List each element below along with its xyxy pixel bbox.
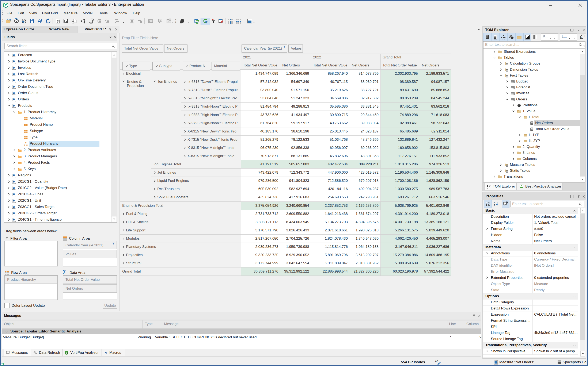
svg-text:A: A bbox=[494, 201, 495, 204]
svg-text:i: i bbox=[507, 201, 507, 204]
svg-text:Z: Z bbox=[494, 204, 495, 206]
svg-text:AB: AB bbox=[435, 360, 438, 362]
